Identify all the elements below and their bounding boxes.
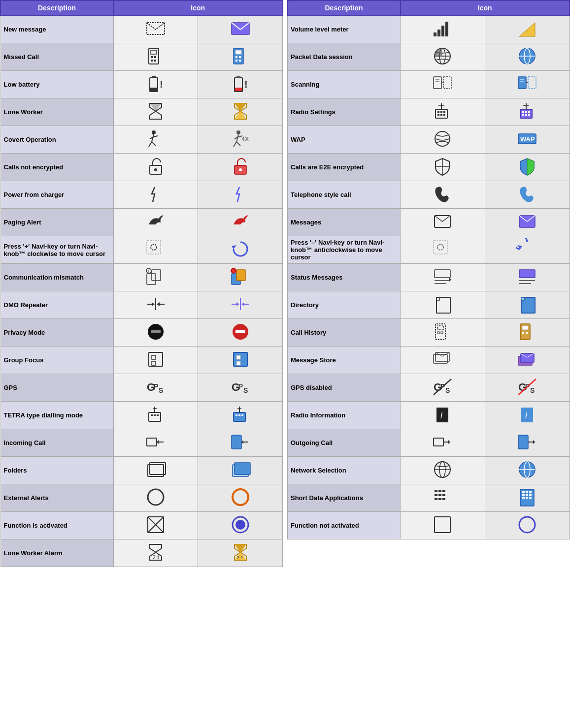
- icon-bw: [113, 43, 198, 71]
- icon-color: !: [198, 71, 283, 98]
- table-row: Radio Settings: [288, 98, 570, 126]
- table-row: External Alerts: [0, 484, 283, 512]
- svg-rect-128: [434, 77, 441, 89]
- icon-bw: [401, 98, 485, 126]
- row-desc: Function not activated: [288, 512, 401, 539]
- svg-rect-223: [529, 491, 532, 493]
- svg-text:WAP: WAP: [520, 135, 535, 143]
- svg-point-47: [151, 244, 157, 250]
- svg-rect-2: [149, 48, 159, 64]
- svg-rect-229: [529, 497, 532, 499]
- icon-color: [198, 43, 283, 71]
- row-desc: GPS: [0, 374, 113, 402]
- svg-rect-177: [437, 332, 439, 334]
- icon-color: [198, 512, 283, 539]
- row-desc: Folders: [0, 457, 113, 484]
- svg-rect-9: [235, 50, 241, 54]
- icon-bw: [401, 43, 485, 71]
- row-desc: Directory: [288, 291, 401, 319]
- icon-bw: [113, 15, 198, 43]
- svg-line-29: [149, 142, 152, 147]
- left-table: Description Icon New message: [0, 0, 283, 567]
- icon-color: i: [485, 402, 570, 429]
- svg-rect-133: [518, 77, 526, 89]
- icon-color: [485, 181, 570, 209]
- svg-rect-131: [443, 77, 451, 89]
- svg-text:!: !: [244, 79, 248, 90]
- table-row: Status Messages: [288, 264, 570, 291]
- svg-text:!: !: [148, 269, 149, 274]
- icon-color: [485, 484, 570, 512]
- icon-bw: [401, 264, 485, 291]
- svg-rect-71: [152, 355, 156, 359]
- svg-rect-143: [443, 111, 445, 113]
- table-row: Function not activated: [288, 512, 570, 539]
- icon-color: [198, 236, 283, 264]
- icon-color: [485, 319, 570, 347]
- divider: [283, 0, 287, 728]
- icon-color: [485, 347, 570, 374]
- svg-marker-121: [519, 23, 535, 36]
- svg-point-231: [519, 517, 535, 533]
- table-row: Network Selection: [288, 457, 570, 484]
- svg-rect-142: [440, 111, 442, 113]
- table-row: Communication mismatch !: [0, 264, 283, 291]
- row-desc: Short Data Applications: [288, 484, 401, 512]
- icon-color: [198, 264, 283, 291]
- table-row: Calls are E2E encrypted: [288, 154, 570, 181]
- row-desc: New message: [0, 15, 113, 43]
- svg-rect-219: [442, 498, 445, 500]
- svg-rect-175: [436, 324, 445, 340]
- svg-rect-150: [522, 111, 524, 113]
- table-row: Press '–' Navi-key or turn Navi-knob™ an…: [288, 236, 570, 264]
- svg-marker-64: [241, 302, 244, 306]
- icon-color: [485, 43, 570, 71]
- row-desc: Status Messages: [288, 264, 401, 291]
- table-row: Call History: [288, 319, 570, 347]
- svg-rect-145: [440, 114, 442, 116]
- svg-marker-62: [236, 302, 239, 306]
- table-row: Telephone style call: [288, 181, 570, 209]
- svg-rect-74: [236, 355, 240, 359]
- table-row: Folders: [0, 457, 283, 484]
- svg-rect-217: [435, 498, 437, 500]
- svg-rect-6: [151, 60, 153, 62]
- icon-bw: [113, 512, 198, 539]
- svg-rect-86: [154, 414, 156, 416]
- icon-color: [485, 236, 570, 264]
- svg-rect-72: [152, 361, 156, 365]
- svg-rect-97: [232, 435, 241, 449]
- svg-rect-215: [438, 494, 441, 496]
- icon-color: [198, 126, 283, 154]
- row-desc: Press '–' Navi-key or turn Navi-knob™ an…: [288, 236, 401, 264]
- icon-color: [198, 484, 283, 512]
- icon-bw: [113, 154, 198, 181]
- svg-rect-85: [151, 414, 153, 416]
- svg-rect-173: [436, 297, 450, 313]
- icon-bw: [113, 347, 198, 374]
- svg-rect-3: [151, 50, 157, 54]
- svg-rect-230: [435, 517, 450, 533]
- svg-rect-221: [522, 491, 525, 493]
- row-desc: Radio Settings: [288, 98, 401, 126]
- icon-color: [485, 512, 570, 539]
- svg-rect-182: [526, 332, 528, 334]
- page: Description Icon New message: [0, 0, 570, 728]
- icon-color: WAP: [485, 126, 570, 154]
- svg-rect-141: [437, 111, 439, 113]
- svg-text:2:1: 2:1: [237, 555, 243, 560]
- icon-bw: [113, 236, 198, 264]
- icon-color: [198, 15, 283, 43]
- row-desc: Scanning: [288, 71, 401, 98]
- icon-bw: [401, 512, 485, 539]
- svg-rect-213: [442, 490, 445, 492]
- icon-bw: G P S: [113, 374, 198, 402]
- row-desc: Low battery: [0, 71, 113, 98]
- icon-color: [198, 429, 283, 457]
- icon-bw: [401, 291, 485, 319]
- svg-marker-57: [152, 302, 155, 306]
- icon-color: G P S: [485, 374, 570, 402]
- table-row: GPS disabled G P S G P S: [288, 374, 570, 402]
- svg-rect-75: [236, 361, 240, 365]
- svg-rect-136: [528, 77, 536, 89]
